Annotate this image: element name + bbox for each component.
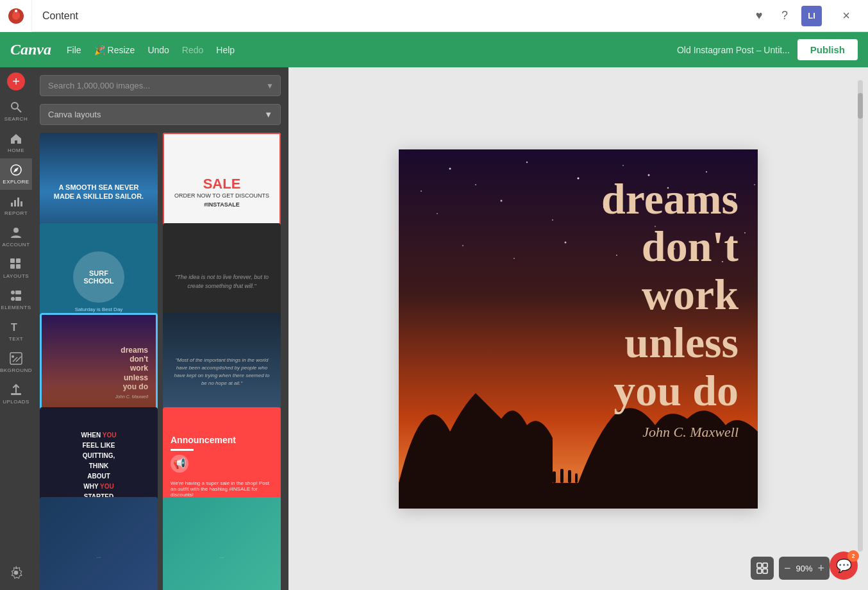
sidebar-label-bkground: BKGROUND [0, 367, 32, 373]
svg-rect-52 [575, 473, 578, 483]
sidebar-label-explore: EXPLORE [3, 179, 29, 185]
surf-sub: Saturday is Best Day [75, 307, 123, 312]
templates-grid: A SMOOTH SEA NEVER MADE A SKILLED SAILOR… [32, 133, 288, 590]
sidebar-label-elements: ELEMENTS [1, 305, 31, 310]
layouts-arrow-icon: ▼ [264, 110, 272, 119]
sale-title: SALE [203, 176, 241, 192]
svg-point-34 [552, 219, 553, 221]
canvas-scrollbar-thumb [858, 93, 863, 119]
settings-button[interactable] [9, 566, 23, 582]
sidebar-label-report: REPORT [4, 210, 28, 216]
svg-line-3 [17, 108, 21, 112]
help-icon[interactable]: ? [776, 7, 794, 25]
heart-icon[interactable]: ♥ [750, 7, 768, 25]
svg-rect-50 [560, 469, 563, 483]
sidebar-item-search[interactable]: SEARCH [0, 96, 32, 127]
svg-rect-11 [16, 258, 21, 263]
sidebar-item-explore[interactable]: EXPLORE [0, 158, 32, 190]
partial2-text: ... [220, 553, 224, 559]
sidebar-item-layouts[interactable]: LAYOUTS [0, 253, 32, 284]
svg-point-40 [513, 258, 515, 259]
toolbar-right: Old Instagram Post – Untit... Publish [677, 39, 858, 60]
close-button[interactable]: × [835, 4, 858, 28]
sidebar-label-uploads: UPLOADS [3, 399, 29, 405]
svg-point-32 [437, 213, 438, 214]
menu-file[interactable]: File [67, 45, 81, 55]
doc-title: Old Instagram Post – Untit... [677, 45, 790, 55]
svg-rect-51 [568, 470, 571, 483]
menu-redo[interactable]: Redo [182, 45, 203, 55]
chat-button[interactable]: 💬 2 [830, 552, 858, 580]
announcement-sub: We're having a super sale in the shop! P… [171, 480, 273, 498]
svg-point-9 [13, 228, 19, 233]
sidebar-label-search: SEARCH [4, 116, 28, 122]
svg-point-41 [565, 241, 567, 243]
bottom-toolbar: − 90% + [751, 557, 830, 580]
search-box: ▼ [40, 75, 281, 96]
svg-rect-55 [757, 569, 762, 573]
panel-search-area: ▼ [32, 67, 288, 104]
canva-logo-text: Canva [10, 41, 51, 58]
main-canvas: dreams don't work unless you do John C. … [288, 67, 868, 590]
canva-logo: Canva [10, 41, 51, 58]
sidebar-item-uploads[interactable]: UPLOADS [0, 378, 32, 410]
user-avatar[interactable]: LI [801, 6, 822, 26]
svg-point-27 [578, 177, 580, 179]
design-canvas[interactable]: dreams don't work unless you do John C. … [399, 149, 758, 509]
svg-rect-13 [16, 264, 21, 269]
surf-circle: SURFSCHOOL [73, 251, 124, 303]
sidebar-item-home[interactable]: HOME [0, 127, 32, 158]
sidebar-label-text: TEXT [9, 336, 23, 342]
view-button[interactable] [751, 557, 774, 580]
zoom-in-button[interactable]: + [817, 562, 824, 575]
sidebar-label-account: ACCOUNT [2, 242, 29, 248]
divider [171, 449, 194, 451]
sale-hashtag: #INSTASALE [204, 201, 239, 208]
svg-rect-8 [21, 201, 22, 206]
svg-rect-49 [553, 471, 556, 483]
sidebar-item-elements[interactable]: ELEMENTS [0, 284, 32, 316]
quote-text-block: dreams don't work unless you do John C. … [601, 175, 739, 441]
svg-rect-7 [17, 198, 19, 206]
svg-point-22 [12, 355, 14, 358]
panel: ▼ Canva layouts ▼ A SMOOTH SEA NEVER MAD… [32, 67, 288, 590]
publish-button[interactable]: Publish [797, 39, 858, 60]
svg-rect-6 [14, 200, 16, 206]
svg-point-1 [15, 10, 17, 12]
layouts-label: Canva layouts [48, 110, 101, 119]
canvas-scrollbar[interactable] [858, 80, 863, 552]
quitting-text: WHEN YOUFEEL LIKEQUITTING,THINKABOUTWHY … [81, 430, 117, 502]
sidebar-item-account[interactable]: ACCOUNT [0, 221, 32, 253]
app-logo [0, 0, 32, 32]
sidebar-item-text[interactable]: T TEXT [0, 316, 32, 347]
left-sidebar: + SEARCH HOME EXPLORE REPORT ACCOUNT LAY… [0, 67, 32, 590]
template-text-ocean: A SMOOTH SEA NEVER MADE A SKILLED SAILOR… [47, 183, 150, 201]
svg-point-33 [501, 199, 503, 201]
svg-rect-10 [10, 258, 15, 263]
svg-rect-5 [11, 203, 13, 206]
menu-resize[interactable]: 🎉Resize [94, 45, 135, 55]
sidebar-item-bkground[interactable]: BKGROUND [0, 347, 32, 378]
zoom-controls: − 90% + [779, 557, 830, 580]
chat-badge: 2 [847, 550, 859, 562]
svg-point-14 [11, 291, 15, 294]
zoom-out-button[interactable]: − [784, 562, 791, 575]
add-button[interactable]: + [7, 72, 25, 90]
template-card-partial2[interactable]: ... [163, 497, 281, 590]
layouts-dropdown[interactable]: Canva layouts ▼ [40, 104, 281, 125]
quote-author-text: John C. Maxwell [601, 425, 739, 440]
announcement-title: Announcement [171, 435, 236, 445]
zoom-value: 90% [796, 564, 812, 573]
svg-point-25 [475, 184, 476, 185]
svg-rect-15 [15, 291, 21, 294]
sidebar-item-report[interactable]: REPORT [0, 190, 32, 221]
template-card-partial1[interactable]: ... [40, 497, 158, 590]
svg-point-30 [706, 171, 707, 173]
sidebar-label-home: HOME [8, 148, 24, 153]
design-content: dreams don't work unless you do John C. … [399, 149, 758, 509]
menu-help[interactable]: Help [216, 45, 235, 55]
menu-undo[interactable]: Undo [147, 45, 169, 55]
search-input[interactable] [48, 81, 272, 90]
svg-rect-23 [11, 393, 21, 395]
svg-point-39 [462, 244, 463, 246]
